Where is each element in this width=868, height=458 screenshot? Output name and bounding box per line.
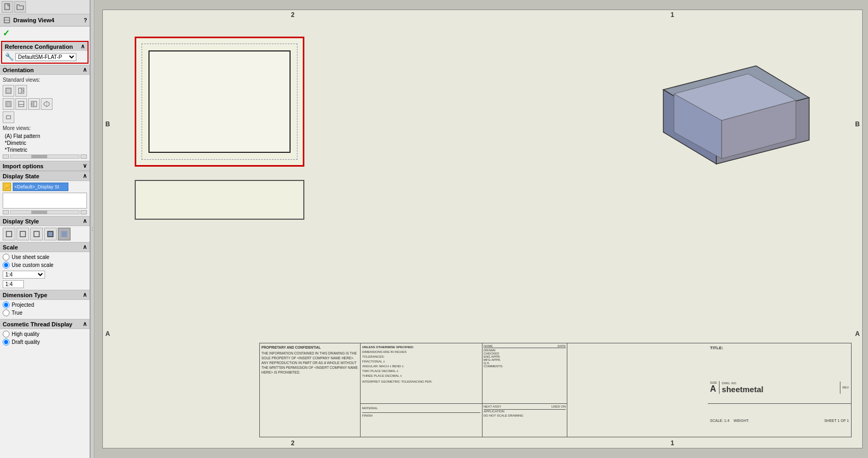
reference-configuration-section: Reference Configuration ∧ 🔧 DefaultSM-FL…	[1, 41, 89, 64]
cosmetic-thread-header[interactable]: Cosmetic Thread Display ∧	[0, 319, 90, 329]
panel-resize-handle[interactable]: ⋮	[90, 0, 94, 458]
bottom-strip: 2 1	[103, 438, 862, 448]
flat-pattern-view[interactable]	[135, 37, 304, 167]
hidden-lines-visible-icon[interactable]	[16, 228, 29, 240]
high-quality-radio[interactable]	[3, 331, 10, 338]
ref-config-collapse-icon[interactable]: ∧	[81, 43, 85, 50]
more-views-list: (A) Flat pattern *Dimetric *Trimetric	[3, 133, 87, 153]
toolbar	[0, 0, 90, 14]
draft-quality-label: Draft quality	[12, 339, 40, 345]
scale-header[interactable]: Scale ∧	[0, 242, 90, 252]
use-sheet-scale-row: Use sheet scale	[3, 254, 87, 261]
high-quality-label: High quality	[12, 331, 39, 337]
svg-rect-8	[19, 101, 24, 107]
more-view-flat-pattern[interactable]: (A) Flat pattern	[4, 133, 87, 140]
shaded-icon[interactable]	[58, 228, 71, 240]
use-sheet-scale-label: Use sheet scale	[12, 254, 49, 260]
left-panel: Drawing View4 ? ✓ Reference Configuratio…	[0, 0, 90, 458]
comments-label: COMMENTS:	[484, 365, 566, 368]
use-sheet-scale-radio[interactable]	[3, 254, 10, 261]
view-icons-row3	[3, 111, 87, 123]
confirm-button[interactable]: ✓	[0, 27, 90, 40]
new-icon[interactable]	[2, 1, 13, 13]
isometric-3d-view[interactable]	[634, 47, 820, 196]
isometric-svg	[634, 47, 820, 196]
left-strip: B A	[103, 20, 112, 438]
dimensions-label: DIMENSIONS ARE IN INCHES	[362, 350, 480, 355]
open-icon[interactable]	[14, 1, 26, 13]
import-options-header[interactable]: Import options ∨	[0, 161, 90, 171]
display-state-collapse-icon[interactable]: ∧	[83, 172, 87, 179]
display-state-header[interactable]: Display State ∧	[0, 171, 90, 181]
projected-radio[interactable]	[3, 301, 10, 308]
projected-label: Projected	[12, 302, 34, 308]
orientation-header[interactable]: Orientation ∧	[0, 65, 90, 75]
bottom-rect-view[interactable]	[135, 180, 304, 220]
draft-quality-radio[interactable]	[3, 339, 10, 345]
scale-collapse-icon[interactable]: ∧	[83, 244, 87, 250]
do-not-scale-label: DO NOT SCALE DRAWING	[484, 414, 566, 417]
display-state-select[interactable]: <Default>_Display St	[13, 183, 68, 191]
top-strip: 2 1	[103, 10, 862, 20]
scroll-left-btn[interactable]	[3, 154, 9, 159]
right-marker-b: B	[855, 120, 860, 128]
display-state-box	[3, 193, 87, 209]
scroll-track[interactable]	[10, 154, 80, 159]
bottom-marker-2: 2	[291, 439, 295, 447]
view-top-icon[interactable]	[3, 98, 14, 110]
scale-value-display: 1:4	[3, 280, 87, 288]
view-back-icon[interactable]	[3, 111, 14, 123]
svg-rect-16	[20, 231, 25, 237]
svg-rect-14	[6, 116, 11, 119]
date-label: DATE	[557, 344, 566, 348]
view-left-icon[interactable]	[28, 98, 40, 110]
view-right-icon[interactable]	[15, 85, 27, 97]
tolerances-label: TOLERANCES:	[362, 355, 480, 359]
true-label: True	[12, 310, 22, 316]
panel-title-bar: Drawing View4 ?	[0, 14, 90, 27]
ds-scroll-left[interactable]	[3, 210, 9, 214]
wireframe-icon[interactable]	[3, 228, 15, 240]
svg-rect-15	[6, 231, 12, 237]
dimension-type-header[interactable]: Dimension Type ∧	[0, 290, 90, 300]
view-iso-icon[interactable]	[41, 98, 52, 110]
hidden-lines-removed-icon[interactable]	[30, 228, 43, 240]
display-state-row: 🔑 <Default>_Display St	[3, 183, 87, 191]
display-state-scrollbar	[3, 210, 87, 214]
ds-scroll-right[interactable]	[81, 210, 87, 214]
scroll-right-btn[interactable]	[81, 154, 87, 159]
weight-text: WEIGHT:	[734, 419, 749, 422]
rev-label: REV	[843, 386, 849, 389]
use-custom-scale-row: Use custom scale	[3, 262, 87, 269]
size-value: A	[710, 384, 717, 394]
next-assy-section: NEXT ASSY USED ON APPLICATION DO NOT SCA…	[483, 404, 567, 437]
import-options-collapse-icon[interactable]: ∨	[83, 162, 87, 169]
svg-marker-11	[31, 102, 34, 106]
ds-scroll-track[interactable]	[10, 210, 80, 214]
scale-section: Use sheet scale Use custom scale 1:4 1:2…	[0, 252, 90, 290]
shaded-with-edges-icon[interactable]	[44, 228, 57, 240]
scale-dropdown[interactable]: 1:4 1:2 1:1 2:1	[3, 271, 45, 279]
view-front-icon[interactable]	[3, 85, 14, 97]
display-style-label: Display Style	[3, 218, 39, 224]
material-section: MATERIAL FINISH	[361, 404, 483, 437]
more-view-trimetric[interactable]: *Trimetric	[4, 146, 87, 153]
dimension-type-collapse-icon[interactable]: ∧	[83, 291, 87, 298]
ref-config-dropdown[interactable]: DefaultSM-FLAT-P	[15, 53, 76, 61]
orientation-collapse-icon[interactable]: ∧	[83, 66, 87, 73]
dimension-type-section: Projected True	[0, 300, 90, 319]
more-view-dimetric[interactable]: *Dimetric	[4, 140, 87, 146]
view-bottom-icon[interactable]	[15, 98, 27, 110]
use-custom-scale-radio[interactable]	[3, 262, 10, 269]
true-row: True	[3, 309, 87, 316]
display-style-collapse-icon[interactable]: ∧	[83, 218, 87, 224]
help-icon[interactable]: ?	[84, 18, 87, 23]
view-icons-row2	[3, 98, 87, 110]
cosmetic-thread-collapse-icon[interactable]: ∧	[83, 321, 87, 327]
reference-configuration-header[interactable]: Reference Configuration ∧	[2, 42, 87, 51]
unless-label: UNLESS OTHERWISE SPECIFIED:	[362, 345, 480, 350]
flat-inner-drawing	[148, 50, 291, 153]
display-style-header[interactable]: Display Style ∧	[0, 216, 90, 226]
application-label: APPLICATION	[484, 410, 566, 413]
true-radio[interactable]	[3, 309, 10, 316]
